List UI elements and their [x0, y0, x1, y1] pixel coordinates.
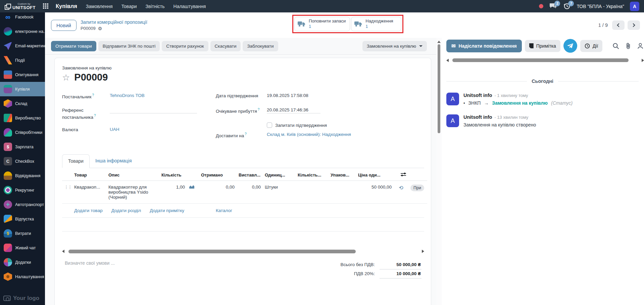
cell-received[interactable]: 0,00 — [199, 181, 237, 204]
expected-arrival-field[interactable]: 20.08.2025 17:46:36 — [267, 107, 320, 113]
col-qty-packages[interactable]: Кількість... — [296, 169, 329, 181]
col-product[interactable]: Товар — [72, 169, 106, 181]
log-note-button[interactable]: Примітка — [525, 40, 560, 52]
activities-actions-button[interactable]: Дії — [580, 40, 602, 52]
sidebar-item-attendance[interactable]: Відвідування — [0, 168, 45, 183]
scroll-right-icon[interactable] — [422, 250, 424, 253]
apps-grid-icon[interactable] — [43, 3, 49, 9]
cell-packaging[interactable] — [329, 181, 356, 204]
form-view-area: Замовлення на купівлю ☆ P00009 Постачаль… — [45, 55, 436, 305]
line-tag[interactable]: При — [410, 185, 424, 191]
sidebar-item-employees[interactable]: Співробітники — [0, 125, 45, 140]
create-bill-button[interactable]: Створити рахунок — [162, 41, 208, 51]
scrollbar-thumb[interactable] — [438, 44, 440, 133]
new-button[interactable]: Новий — [51, 20, 77, 31]
camera-icon — [3, 296, 11, 301]
currency-field[interactable]: UAH — [110, 127, 119, 132]
sidebar-item-apps[interactable]: Додатки — [0, 255, 45, 269]
col-quantity[interactable]: Кількість — [159, 169, 187, 181]
cell-unit-price[interactable]: 50 000,00 — [356, 181, 394, 204]
menu-orders[interactable]: Замовлення — [86, 4, 113, 9]
receipts-smart-button[interactable]: Надходження 1 — [351, 17, 401, 31]
col-billed[interactable]: Виставл... — [237, 169, 263, 181]
col-uom[interactable]: Одиниц... — [263, 169, 296, 181]
status-to-link[interactable]: Замовлення на купівлю — [492, 100, 548, 106]
sidebar-item-email-marketing[interactable]: Email-маркетинг — [0, 39, 45, 53]
replenish-smart-button[interactable]: Поповнити запаси 1 — [294, 17, 350, 31]
sidebar-item-livechat[interactable]: Живий чат — [0, 241, 45, 255]
sidebar-item-timeoff[interactable]: Відпустка — [0, 212, 45, 226]
deliver-to-field[interactable]: Склад м. Київ (основний): Надходження — [267, 132, 351, 137]
scroll-right-icon[interactable] — [642, 59, 644, 62]
send-rfq-by-email-button[interactable]: Відправити ЗНК по пошті — [98, 41, 160, 51]
sidebar-item-surveys[interactable]: Опитування — [0, 67, 45, 82]
sidebar-item-inventory[interactable]: Склад — [0, 96, 45, 111]
tab-products[interactable]: Товари — [62, 154, 90, 168]
receive-products-button[interactable]: Отримати товари — [51, 41, 96, 51]
sidebar-item-recruitment[interactable]: Рекрутинг — [0, 183, 45, 197]
catalog-link[interactable]: Каталог — [216, 208, 232, 213]
telegram-button[interactable] — [563, 39, 577, 53]
sidebar-item-payroll[interactable]: Зарплата — [0, 140, 45, 154]
drag-handle-icon[interactable]: ⋮⋮ — [64, 185, 71, 190]
sidebar-item-events[interactable]: Події — [0, 53, 45, 67]
sidebar-item-fleet[interactable]: Автотранспорт — [0, 197, 45, 212]
cancel-button[interactable]: Скасувати — [210, 41, 241, 51]
add-section-link[interactable]: Додати розділ — [111, 208, 141, 213]
activities-icon[interactable]: 7 — [563, 3, 571, 10]
col-unit-price[interactable]: Ціна оди... — [356, 169, 394, 181]
messages-icon[interactable]: 2 — [549, 3, 557, 10]
cell-product[interactable]: Квадракоп... — [72, 181, 106, 204]
sidebar-item-facebook[interactable]: Facebook — [0, 12, 45, 24]
cell-quantity[interactable]: 1,00 — [159, 181, 187, 204]
search-icon[interactable] — [612, 43, 619, 49]
add-note-link[interactable]: Додати примітку — [150, 208, 184, 213]
add-product-link[interactable]: Додати товар — [74, 208, 103, 213]
status-dropdown[interactable]: Замовлення на купівлю — [362, 41, 427, 51]
message-author[interactable]: Unitsoft info — [463, 93, 492, 98]
col-received[interactable]: Отримано — [199, 169, 237, 181]
current-app-name[interactable]: Купівля — [56, 3, 77, 9]
sidebar-item-elearning[interactable]: електронне на... — [0, 24, 45, 39]
company-switcher[interactable]: ТОВ "БПЛА - Україна" — [577, 4, 624, 9]
sidebar-item-manufacturing[interactable]: Виробництво — [0, 111, 45, 125]
paperclip-icon[interactable] — [625, 43, 631, 49]
pager-next-button[interactable] — [628, 20, 640, 30]
menu-reporting[interactable]: Звітність — [146, 4, 165, 9]
scroll-left-icon[interactable] — [62, 250, 64, 253]
menu-products[interactable]: Товари — [121, 4, 137, 9]
optional-columns-icon[interactable] — [394, 169, 408, 181]
breadcrumb-parent-link[interactable]: Запити комерційної пропозиції — [81, 19, 147, 25]
cell-qty-packages[interactable] — [296, 181, 329, 204]
vendor-field[interactable]: TehnoDrons ТОВ — [110, 93, 145, 98]
tab-other-info[interactable]: Інша інформація — [90, 154, 138, 168]
scrollbar-thumb[interactable] — [68, 250, 356, 253]
lock-button[interactable]: Заблокувати — [243, 41, 278, 51]
send-message-button[interactable]: ✉ Надіслати повідомлення — [446, 40, 522, 52]
cell-description[interactable]: Квадракоптер для виробництва Ysido (Чорн… — [106, 181, 159, 204]
price-history-icon[interactable]: ⟲ — [399, 185, 403, 191]
sidebar-item-checkbox[interactable]: CheckBox — [0, 154, 45, 168]
pager-previous-button[interactable] — [612, 20, 625, 30]
user-avatar[interactable]: A — [630, 2, 639, 11]
scroll-up-icon[interactable] — [437, 41, 441, 43]
scroll-left-icon[interactable] — [446, 59, 449, 62]
sidebar-item-expenses[interactable]: Витрати — [0, 226, 45, 241]
avatar: A — [446, 93, 459, 105]
col-packaging[interactable]: Упаков... — [329, 169, 356, 181]
menu-settings[interactable]: Налаштування — [174, 4, 206, 9]
cell-uom[interactable]: Штуки — [263, 181, 296, 204]
ask-confirmation-checkbox[interactable] — [267, 122, 272, 128]
message-author[interactable]: Unitsoft info — [463, 114, 492, 120]
vendor-reference-field[interactable] — [110, 107, 197, 113]
cell-billed[interactable]: 0,00 — [237, 181, 263, 204]
col-description[interactable]: Опис — [106, 169, 159, 181]
gear-icon[interactable]: ⚙ — [98, 26, 102, 31]
sidebar-item-purchase[interactable]: Купівля — [0, 82, 45, 96]
followers-icon[interactable] — [637, 43, 643, 49]
scrollbar-thumb[interactable] — [452, 58, 629, 62]
forecast-chart-icon[interactable] — [187, 181, 199, 204]
terms-placeholder[interactable]: Визначте свої умови ... — [65, 260, 115, 266]
sidebar-item-settings[interactable]: Налаштування — [0, 269, 45, 284]
favorite-star-icon[interactable]: ☆ — [62, 73, 70, 82]
